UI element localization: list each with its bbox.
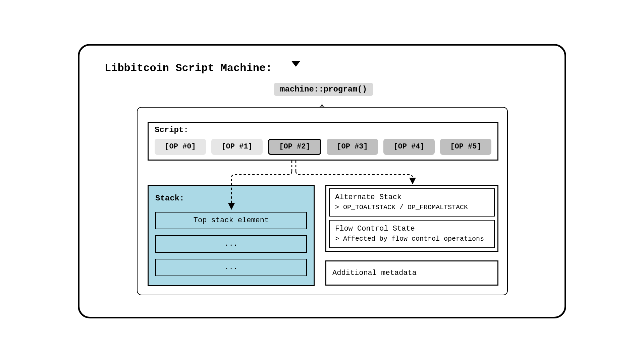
instruction-pointer-icon [291,61,301,67]
flow-control-card: Flow Control State > Affected by flow co… [329,220,495,248]
alternate-stack-card: Alternate Stack > OP_TOALTSTACK / OP_FRO… [329,188,495,217]
diagram-title: Libbitcoin Script Machine: [105,62,272,74]
stack-label: Stack: [155,194,184,203]
script-label: Script: [155,125,189,134]
stack-item-0: Top stack element [155,212,307,229]
stack-item-2: ... [155,259,307,276]
stack-box: Stack: Top stack element ... ... [148,185,315,286]
program-label: machine::program() [274,83,373,96]
state-group: Alternate Stack > OP_TOALTSTACK / OP_FRO… [325,185,498,252]
op-3: [OP #3] [327,139,378,155]
op-5: [OP #5] [440,139,491,155]
flow-control-title: Flow Control State [335,225,489,233]
script-box: Script: [OP #0] [OP #1] [OP #2] [OP #3] … [148,122,498,161]
machine-box: Script: [OP #0] [OP #1] [OP #2] [OP #3] … [137,107,508,295]
right-column: Alternate Stack > OP_TOALTSTACK / OP_FRO… [325,185,498,286]
ops-row: [OP #0] [OP #1] [OP #2] [OP #3] [OP #4] … [155,139,491,155]
stack-items: Top stack element ... ... [155,212,307,276]
flow-control-sub: > Affected by flow control operations [335,235,489,243]
alternate-stack-sub: > OP_TOALTSTACK / OP_FROMALTSTACK [335,203,489,211]
diagram-canvas: Libbitcoin Script Machine: machine::prog… [78,44,566,318]
op-4: [OP #4] [383,139,435,155]
alternate-stack-title: Alternate Stack [335,193,489,201]
op-0: [OP #0] [155,139,206,155]
op-1: [OP #1] [211,139,263,155]
metadata-box: Additional metadata [325,260,498,286]
op-2-current: [OP #2] [268,139,321,155]
connector-line [322,96,322,104]
stack-item-1: ... [155,235,307,253]
